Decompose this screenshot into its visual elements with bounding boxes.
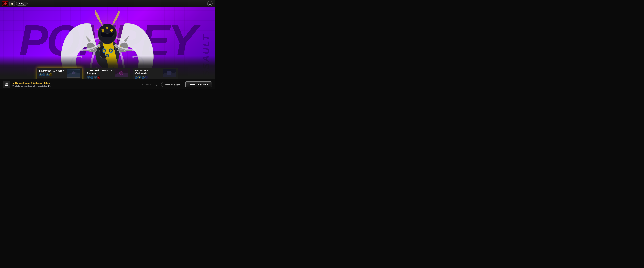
stage-icon-1d: ⚙ — [50, 73, 52, 76]
signal-bar-4 — [159, 84, 159, 86]
avatar-icon: 💾 — [4, 82, 8, 86]
status-bar: 💾 ★ Highest Record This Season: 4 Stars … — [0, 79, 215, 89]
stage-icon-3d: ✦ — [145, 76, 148, 79]
nav-title-text: City — [19, 2, 24, 5]
uid-text: UID: 1000010553 — [141, 83, 154, 85]
back-button[interactable] — [2, 1, 8, 6]
stage-icons-1: ⚡ ⚡ ⚡ ⚙ — [39, 73, 66, 76]
stage-preview-2 — [115, 69, 128, 77]
challenge-text: Challenge objectives will be updated in — [15, 85, 47, 87]
stage-icon-3b: ⚡ — [138, 76, 141, 79]
time-label: 17d — [48, 85, 52, 87]
stage-card-top-1: Sacrifice - Bringer ⚡ ⚡ ⚡ ⚙ — [37, 68, 82, 78]
stage-icon-2d: ⚔ — [98, 76, 100, 79]
stage-preview-inner-1 — [67, 69, 80, 77]
stage-title-1: Sacrifice - Bringer — [39, 69, 66, 72]
stage-icon-3c: ⚡ — [142, 76, 144, 79]
stage-preview-inner-2 — [115, 69, 128, 77]
nav-bar: 🏠 City ⏻ — [0, 0, 215, 7]
signal-bar-2 — [157, 85, 158, 86]
signal-bar-3 — [158, 84, 158, 86]
stage-icons-3: ⚡ ⚡ ⚡ ✦ — [134, 76, 161, 79]
stage-card-top-2: Corrupted Overlord - Pompey ⚡ ⚡ ⚡ ⚔ — [85, 68, 130, 80]
signal-indicator — [156, 83, 159, 86]
stage-info-1: Sacrifice - Bringer ⚡ ⚡ ⚡ ⚙ — [39, 69, 66, 77]
signal-bar-1 — [156, 85, 157, 86]
home-icon: 🏠 — [11, 2, 14, 5]
nav-title: City — [16, 1, 28, 5]
stage-icon-1c: ⚡ — [46, 73, 49, 76]
hero-area: POMPEY ASSAULT — [0, 7, 215, 89]
stage-preview-1 — [67, 69, 80, 77]
stage-preview-inner-3 — [163, 69, 176, 77]
status-record: ★ Highest Record This Season: 4 Stars — [12, 82, 141, 84]
settings-button[interactable]: ⏻ — [207, 1, 213, 6]
status-info: ★ Highest Record This Season: 4 Stars ⏱ … — [12, 82, 141, 87]
power-icon: ⏻ — [209, 2, 211, 5]
stage-card-top-3: Notorious - Marionette ⚡ ⚡ ⚡ ✦ — [133, 68, 178, 80]
stage-title-3: Notorious - Marionette — [134, 69, 161, 75]
stage-icon-3a: ⚡ — [134, 76, 138, 79]
status-challenge: ⏱ Challenge objectives will be updated i… — [12, 85, 141, 87]
status-avatar: 💾 — [3, 81, 10, 88]
stage-info-3: Notorious - Marionette ⚡ ⚡ ⚡ ✦ — [134, 69, 161, 79]
home-button[interactable]: 🏠 — [10, 1, 15, 6]
stage-icon-1a: ⚡ — [39, 73, 42, 76]
record-text: Highest Record This Season: 4 Stars — [15, 82, 50, 84]
stage-icon-2a: ⚡ — [87, 76, 90, 79]
stage-icon-1b: ⚡ — [42, 73, 46, 76]
svg-rect-18 — [167, 71, 171, 75]
stage-icons-2: ⚡ ⚡ ⚡ ⚔ — [87, 76, 114, 79]
svg-point-14 — [72, 71, 75, 74]
clock-icon: ⏱ — [12, 85, 14, 87]
stage-title-2: Corrupted Overlord - Pompey — [87, 69, 114, 75]
select-opponent-button[interactable]: Select Opponent — [185, 81, 212, 87]
watermark: THEGAMER — [172, 85, 181, 87]
svg-point-6 — [106, 27, 108, 29]
stage-info-2: Corrupted Overlord - Pompey ⚡ ⚡ ⚡ ⚔ — [87, 69, 114, 79]
stage-icon-2b: ⚡ — [90, 76, 94, 79]
svg-point-16 — [120, 71, 124, 75]
stage-preview-3 — [162, 69, 176, 77]
star-icon: ★ — [12, 82, 14, 84]
stage-icon-2c: ⚡ — [94, 76, 97, 79]
